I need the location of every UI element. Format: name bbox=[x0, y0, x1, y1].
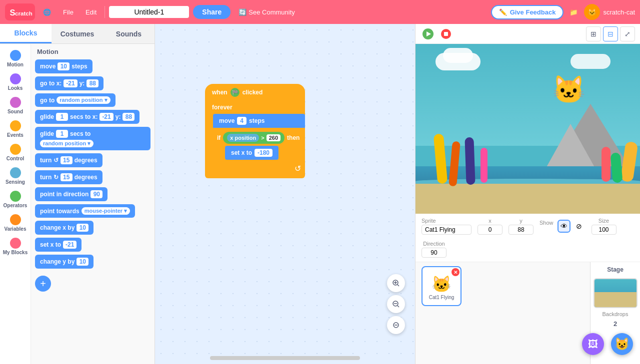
share-button[interactable]: Share bbox=[193, 5, 230, 19]
block-change-y[interactable]: change y by 10 bbox=[35, 255, 94, 269]
sprite-name-input[interactable] bbox=[422, 225, 472, 235]
green-flag-button[interactable] bbox=[420, 26, 436, 41]
tab-blocks[interactable]: Blocks bbox=[0, 24, 52, 43]
category-sound[interactable]: Sound bbox=[2, 95, 30, 116]
show-buttons: Show 👁 ⊘ bbox=[540, 220, 586, 233]
stage-mini-thumbnail[interactable] bbox=[594, 278, 638, 308]
size-input[interactable] bbox=[592, 225, 616, 235]
stage-mini-sand bbox=[594, 292, 636, 307]
stage-canvas: 🐱 bbox=[416, 44, 640, 214]
script-container: when 🏁 clicked forever move 4 bbox=[205, 84, 305, 178]
tab-costumes[interactable]: Costumes bbox=[52, 24, 103, 43]
category-motion[interactable]: Motion bbox=[2, 48, 30, 69]
category-my-blocks[interactable]: My Blocks bbox=[2, 236, 30, 257]
x-position-block[interactable]: x position bbox=[227, 134, 259, 142]
block-goto-xy[interactable]: go to x: -21 y: 88 bbox=[35, 76, 104, 90]
show-label: Show bbox=[540, 220, 554, 233]
sand bbox=[416, 181, 640, 214]
normal-stage-button[interactable]: ⊟ bbox=[603, 26, 618, 41]
x-group: x bbox=[478, 218, 502, 235]
sprite-tray: ✕ 🐱 Cat1 Flying bbox=[416, 262, 590, 364]
block-glide-random[interactable]: glide 1 secs to random position ▾ bbox=[35, 127, 150, 150]
add-sprite-button[interactable]: 😺 bbox=[611, 333, 633, 355]
file-menu[interactable]: File bbox=[59, 6, 78, 18]
give-feedback-button[interactable]: ✏️ Give Feedback bbox=[491, 5, 564, 19]
category-sensing[interactable]: Sensing bbox=[2, 165, 30, 187]
if-block-wrapper: if x position > 260 then bbox=[213, 128, 305, 164]
block-point-direction[interactable]: point in direction 90 bbox=[35, 187, 108, 201]
direction-group: Direction bbox=[422, 241, 446, 258]
stop-button[interactable] bbox=[440, 27, 452, 40]
block-point-towards[interactable]: point towards mouse-pointer ▾ bbox=[35, 204, 135, 218]
block-turn-right[interactable]: turn ↻ 15 degrees bbox=[35, 170, 102, 184]
add-backdrop-icon: 🖼 bbox=[588, 339, 598, 350]
set-x-input[interactable]: -180 bbox=[254, 149, 272, 157]
show-hidden-button[interactable]: ⊘ bbox=[572, 220, 586, 233]
sprites-main: ✕ 🐱 Cat1 Flying bbox=[416, 262, 590, 364]
edit-menu[interactable]: Edit bbox=[82, 6, 100, 18]
right-panel: ⊞ ⊟ ⤢ bbox=[415, 24, 640, 364]
user-area[interactable]: 🐱 scratch-cat bbox=[584, 4, 635, 20]
project-name-input[interactable] bbox=[109, 6, 189, 18]
y-input[interactable] bbox=[508, 225, 534, 235]
move-4-steps-block[interactable]: move 4 steps bbox=[213, 114, 305, 128]
blocks-panel: Motion move 10 steps go to x: -21 y: 88 … bbox=[31, 44, 154, 364]
move-steps-input[interactable]: 4 bbox=[237, 117, 246, 125]
svg-text:cratch: cratch bbox=[15, 10, 32, 16]
small-stage-button[interactable]: ⊞ bbox=[586, 26, 601, 41]
forever-block-wrapper: forever move 4 steps if bbox=[205, 101, 305, 178]
show-visible-button[interactable]: 👁 bbox=[558, 220, 570, 233]
block-change-x[interactable]: change x by 10 bbox=[35, 221, 94, 235]
scratch-logo[interactable]: S cratch bbox=[5, 3, 35, 20]
stage-background: 🐱 bbox=[416, 44, 640, 214]
see-community-btn[interactable]: 🔄 See Community bbox=[234, 6, 298, 18]
x-label: x bbox=[488, 218, 492, 224]
blocks-category-title: Motion bbox=[35, 48, 150, 55]
looks-dot bbox=[10, 73, 21, 84]
surfboard-3 bbox=[464, 137, 475, 185]
sprite-image: 🐱 bbox=[432, 275, 452, 294]
block-set-x[interactable]: set x to -21 bbox=[35, 238, 82, 252]
direction-input[interactable] bbox=[422, 248, 446, 258]
add-backdrop-button[interactable]: 🖼 bbox=[582, 333, 604, 355]
zoom-out-button[interactable] bbox=[387, 295, 405, 313]
backdrops-label: Backdrops bbox=[602, 311, 628, 317]
cloud-2 bbox=[443, 48, 473, 63]
zoom-reset-button[interactable] bbox=[387, 316, 405, 334]
x-input[interactable] bbox=[478, 225, 502, 235]
canvas-scrollbar[interactable] bbox=[210, 356, 360, 360]
tabs-bar: Blocks Costumes Sounds bbox=[0, 24, 154, 44]
zoom-in-button[interactable] bbox=[387, 274, 405, 292]
globe-btn[interactable]: 🌐 bbox=[39, 6, 55, 18]
stage-side-label: Stage bbox=[607, 266, 624, 273]
left-panel: Blocks Costumes Sounds Motion Looks Soun… bbox=[0, 24, 155, 364]
category-events[interactable]: Events bbox=[2, 118, 30, 140]
when-flag-clicked-block[interactable]: when 🏁 clicked bbox=[205, 84, 305, 101]
block-glide-xy[interactable]: glide 1 secs to x: -21 y: 88 bbox=[35, 110, 140, 124]
y-label: y bbox=[520, 218, 522, 224]
block-turn-left[interactable]: turn ↺ 15 degrees bbox=[35, 153, 102, 167]
category-control[interactable]: Control bbox=[2, 142, 30, 163]
canvas-area[interactable]: when 🏁 clicked forever move 4 bbox=[155, 24, 415, 364]
forever-block[interactable]: forever bbox=[205, 101, 240, 114]
sprite-thumb-cat1[interactable]: ✕ 🐱 Cat1 Flying bbox=[422, 266, 462, 306]
my-blocks-dot bbox=[10, 238, 21, 249]
category-looks[interactable]: Looks bbox=[2, 71, 30, 93]
fullscreen-button[interactable]: ⤢ bbox=[620, 26, 635, 41]
set-x-to-block[interactable]: set x to -180 bbox=[225, 146, 278, 160]
category-variables[interactable]: Variables bbox=[2, 212, 30, 234]
folder-icon-button[interactable]: 📁 bbox=[568, 6, 580, 18]
block-move-steps[interactable]: move 10 steps bbox=[35, 59, 92, 73]
condition-block[interactable]: x position > 260 bbox=[223, 132, 284, 144]
category-operators[interactable]: Operators bbox=[2, 189, 30, 210]
add-extension-button[interactable]: + bbox=[35, 276, 51, 292]
svg-text:S: S bbox=[10, 8, 15, 17]
sprite-delete-button[interactable]: ✕ bbox=[452, 268, 460, 276]
cat-sprite: 🐱 bbox=[552, 74, 586, 105]
block-goto-random[interactable]: go to random position ▾ bbox=[35, 93, 116, 107]
threshold-input[interactable]: 260 bbox=[266, 134, 280, 141]
if-block[interactable]: if x position > 260 then bbox=[217, 130, 300, 146]
pencil-icon: ✏️ bbox=[499, 8, 507, 16]
events-dot bbox=[10, 120, 21, 131]
tab-sounds[interactable]: Sounds bbox=[103, 24, 154, 43]
